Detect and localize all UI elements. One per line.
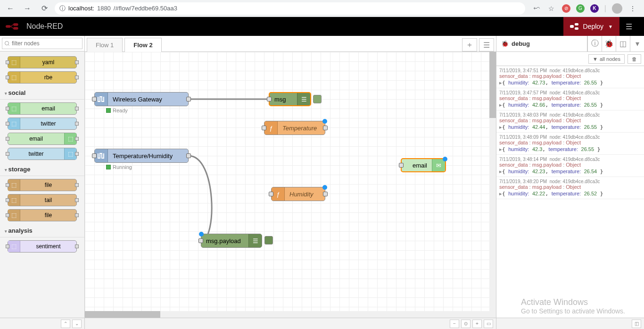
debug-message[interactable]: 7/11/2019, 3:48:20 PM node: 419db4ce.d8c… bbox=[496, 177, 644, 199]
debug-message[interactable]: 7/11/2019, 3:47:51 PM node: 419db4ce.d8c… bbox=[496, 66, 644, 88]
url-bar[interactable]: ⓘ localhost:1880/#flow/7eddbe69.50aa3 bbox=[55, 2, 525, 15]
topic: sensor_data bbox=[499, 140, 528, 145]
node-port[interactable] bbox=[186, 97, 191, 101]
zoom-in-button[interactable]: + bbox=[472, 320, 482, 328]
canvas-scrollbar-v[interactable] bbox=[489, 52, 496, 318]
node-msg-payload-debug[interactable]: msg.payload ☰ bbox=[201, 234, 262, 248]
debug-message[interactable]: 7/11/2019, 3:48:14 PM node: 419db4ce.d8c… bbox=[496, 155, 644, 177]
debug-message[interactable]: 7/11/2019, 3:48:09 PM node: 419db4ce.d8c… bbox=[496, 133, 644, 155]
palette-collapse-button[interactable]: ⌃ bbox=[61, 320, 70, 328]
tab-label: debug bbox=[512, 40, 530, 47]
tab-info-button[interactable]: ⓘ bbox=[587, 36, 602, 51]
node-port[interactable] bbox=[269, 192, 273, 196]
node-temperature-function[interactable]: ƒ Temperature bbox=[264, 121, 325, 135]
email-icon: ✉ bbox=[432, 159, 445, 171]
topic: sensor_data bbox=[499, 118, 528, 123]
extension-1-icon[interactable]: ⊘ bbox=[562, 4, 570, 13]
node-port[interactable] bbox=[323, 126, 328, 130]
node-wireless-gateway[interactable]: Wireless Gateway Ready bbox=[94, 92, 189, 106]
palette-node-email[interactable]: email⬚ bbox=[8, 133, 77, 145]
node-port[interactable] bbox=[92, 97, 97, 101]
tab-flow-1[interactable]: Flow 1 bbox=[87, 38, 123, 52]
category-storage[interactable]: storage bbox=[0, 163, 84, 176]
reload-button[interactable]: ⟳ bbox=[38, 2, 51, 15]
debug-toggle[interactable] bbox=[264, 236, 273, 245]
browser-menu-icon[interactable]: ⋮ bbox=[628, 4, 637, 13]
palette-node-rbe[interactable]: ⬚rbe bbox=[8, 71, 77, 84]
extension-2-icon[interactable]: G bbox=[576, 4, 585, 13]
node-port[interactable] bbox=[267, 97, 272, 101]
category-social[interactable]: social bbox=[0, 86, 84, 100]
palette-node-file[interactable]: ⬚file bbox=[8, 179, 77, 191]
deploy-button[interactable]: Deploy ▼ bbox=[563, 17, 620, 36]
debug-message-list[interactable]: 7/11/2019, 3:47:51 PM node: 419db4ce.d8c… bbox=[496, 66, 644, 318]
palette-expand-button[interactable]: ⌄ bbox=[72, 320, 82, 328]
flow-canvas[interactable]: Wireless Gateway Ready msg ☰ ƒ Temperatu… bbox=[85, 52, 496, 318]
node-id: node: 419db4ce.d8ca3c bbox=[550, 68, 600, 73]
palette-node-file[interactable]: ⬚file bbox=[8, 209, 77, 221]
view-map-button[interactable]: ▭ bbox=[484, 320, 493, 328]
node-port[interactable] bbox=[399, 163, 404, 168]
palette-node-yaml[interactable]: ⬚yaml bbox=[8, 56, 77, 68]
back-button[interactable]: ← bbox=[4, 2, 17, 15]
deploy-icon bbox=[570, 23, 578, 30]
node-msg-debug[interactable]: msg ☰ bbox=[269, 92, 311, 106]
expand-icon[interactable]: ▸ bbox=[499, 124, 502, 130]
debug-message[interactable]: 7/11/2019, 3:48:03 PM node: 419db4ce.d8c… bbox=[496, 110, 644, 133]
expand-icon[interactable]: ▸ bbox=[499, 146, 502, 152]
property: msg.payload bbox=[532, 118, 561, 123]
palette-scroll[interactable]: ⬚yaml⬚rbe social ⬚email⬚twitteremail⬚twi… bbox=[0, 51, 84, 318]
node-port[interactable] bbox=[186, 153, 191, 158]
palette-panel: ⬚yaml⬚rbe social ⬚email⬚twitteremail⬚twi… bbox=[0, 36, 85, 318]
expand-icon[interactable]: ▸ bbox=[499, 80, 502, 85]
expand-icon[interactable]: ▸ bbox=[499, 191, 502, 196]
app-title: Node-RED bbox=[26, 22, 563, 31]
palette-node-email[interactable]: ⬚email bbox=[8, 102, 77, 115]
node-port[interactable] bbox=[92, 153, 97, 158]
debug-icon: ☰ bbox=[248, 234, 262, 247]
palette-node-twitter[interactable]: ⬚twitter bbox=[8, 118, 77, 130]
zoom-out-button[interactable]: − bbox=[450, 320, 459, 328]
expand-icon[interactable]: ▸ bbox=[499, 102, 502, 108]
node-label: Wireless Gateway bbox=[108, 96, 188, 103]
debug-icon: ☰ bbox=[297, 93, 310, 105]
zoom-reset-button[interactable]: ⊙ bbox=[461, 320, 471, 328]
filter-button[interactable]: ▼ all nodes bbox=[588, 54, 625, 64]
category-analysis[interactable]: analysis bbox=[0, 224, 84, 237]
forward-button[interactable]: → bbox=[21, 2, 34, 15]
node-email[interactable]: email ✉ bbox=[401, 158, 446, 172]
canvas-scrollbar-h[interactable] bbox=[85, 311, 489, 318]
tab-menu-button[interactable]: ▾ bbox=[630, 36, 644, 51]
node-humidity-function[interactable]: ƒ Humidity bbox=[271, 187, 325, 201]
open-window-button[interactable]: ◫ bbox=[632, 320, 641, 328]
node-icon: ⬚ bbox=[8, 103, 20, 114]
filter-input[interactable] bbox=[2, 38, 83, 49]
tab-flow-2[interactable]: Flow 2 bbox=[124, 38, 161, 52]
node-port[interactable] bbox=[262, 126, 266, 130]
debug-toggle[interactable] bbox=[313, 95, 322, 103]
node-temp-humidity[interactable]: Temperature/Humidity Running bbox=[94, 149, 189, 163]
key-icon[interactable]: ⬿ bbox=[532, 4, 541, 13]
node-port[interactable] bbox=[323, 192, 328, 196]
node-label: file bbox=[20, 182, 76, 188]
serial-icon bbox=[95, 93, 108, 106]
palette-node-sentiment[interactable]: ⬚sentiment bbox=[8, 240, 77, 253]
debug-message[interactable]: 7/11/2019, 3:47:57 PM node: 419db4ce.d8c… bbox=[496, 88, 644, 110]
bookmark-icon[interactable]: ☆ bbox=[547, 4, 556, 13]
palette-node-tail[interactable]: ⬚tail bbox=[8, 194, 77, 206]
profile-avatar[interactable] bbox=[612, 3, 622, 14]
expand-icon[interactable]: ▸ bbox=[499, 169, 502, 174]
svg-rect-5 bbox=[575, 27, 578, 30]
tab-debug[interactable]: 🐞 debug bbox=[496, 36, 587, 51]
tab-debug-button[interactable]: 🐞 bbox=[602, 36, 616, 51]
list-flows-button[interactable]: ☰ bbox=[479, 38, 494, 51]
clear-debug-button[interactable]: 🗑 bbox=[627, 54, 641, 64]
main-menu-button[interactable]: ☰ bbox=[619, 17, 638, 36]
palette-filter bbox=[0, 36, 84, 51]
topic: sensor_data bbox=[499, 73, 528, 79]
palette-node-twitter[interactable]: twitter⬚ bbox=[8, 148, 77, 160]
extension-3-icon[interactable]: K bbox=[590, 4, 599, 13]
add-flow-button[interactable]: ＋ bbox=[462, 38, 477, 51]
tab-dashboard-button[interactable]: ◫ bbox=[616, 36, 630, 51]
node-port[interactable] bbox=[198, 238, 203, 243]
